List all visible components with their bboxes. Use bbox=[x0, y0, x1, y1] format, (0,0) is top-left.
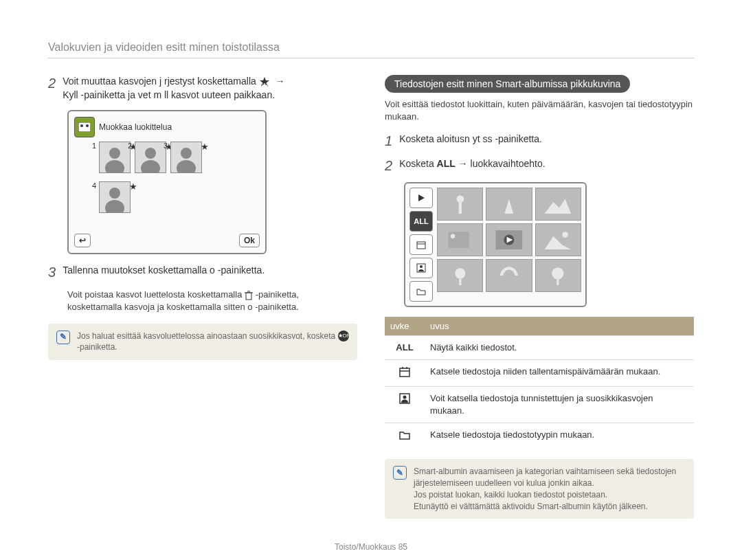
page-header: Valokuvien ja videoiden esitt minen tois… bbox=[48, 41, 694, 58]
right-column: Tiedostojen esitt minen Smart-albumissa … bbox=[385, 75, 694, 519]
row-icon-all: ALL bbox=[385, 336, 425, 360]
row-icon-folder bbox=[385, 423, 425, 449]
row-icon-person bbox=[385, 387, 425, 423]
tip-note-right: ✎ Smart-albumin avaamiseen ja kategorian… bbox=[385, 459, 694, 519]
step-number-2b: 2 bbox=[385, 157, 392, 174]
step-number-1: 1 bbox=[385, 133, 392, 149]
svg-point-36 bbox=[455, 269, 465, 279]
svg-point-3 bbox=[80, 124, 83, 127]
row-text: Näytä kaikki tiedostot. bbox=[425, 336, 694, 360]
star-123-icon: 123 bbox=[259, 77, 270, 87]
edit-ranking-screen: Muokkaa luokittelua 1★ 2★ 3★ 4★ ↩ Ok bbox=[67, 110, 267, 254]
svg-point-45 bbox=[403, 396, 407, 399]
svg-rect-40 bbox=[400, 368, 409, 377]
side-all-button[interactable]: ALL bbox=[409, 211, 433, 232]
face-list-icon bbox=[74, 117, 95, 137]
note-icon: ✎ bbox=[393, 466, 407, 480]
screen-title: Muokkaa luokittelua bbox=[99, 122, 172, 132]
row-text: Katsele tiedostoja niiden tallentamispäi… bbox=[425, 359, 694, 387]
thumbnail[interactable] bbox=[535, 223, 581, 256]
row-icon-calendar bbox=[385, 359, 425, 387]
step-number-3: 3 bbox=[48, 264, 56, 280]
svg-point-6 bbox=[109, 148, 120, 159]
trash-icon bbox=[245, 291, 253, 300]
svg-marker-20 bbox=[418, 194, 425, 201]
svg-marker-27 bbox=[505, 199, 514, 214]
face-rank-3: 3 bbox=[164, 142, 168, 150]
thumbnail[interactable] bbox=[437, 259, 483, 292]
thumbnail[interactable] bbox=[437, 188, 483, 221]
face-rank-2: 2 bbox=[128, 142, 132, 150]
category-table: uvkeuvus ALLNäytä kaikki tiedostot. Kats… bbox=[385, 317, 694, 449]
face-thumb-4[interactable] bbox=[99, 181, 131, 213]
side-calendar-icon[interactable] bbox=[409, 234, 433, 255]
section-subtitle: Voit esittää tiedostot luokittain, kuten… bbox=[385, 98, 694, 123]
svg-marker-34 bbox=[545, 236, 572, 249]
face-thumb-1[interactable] bbox=[99, 142, 131, 173]
star-icon: ★ bbox=[129, 181, 137, 192]
svg-point-24 bbox=[420, 265, 423, 268]
thumbnail[interactable] bbox=[486, 188, 532, 221]
step-1-text: Kosketa aloitusn yt ss -painiketta. bbox=[399, 133, 542, 149]
face-thumb-2[interactable] bbox=[135, 142, 166, 173]
favorite-on-icon: ★ON bbox=[338, 331, 349, 341]
svg-rect-29 bbox=[448, 232, 469, 249]
left-column: 2 Voit muuttaa kasvojen j rjestyst koske… bbox=[48, 75, 357, 519]
back-button[interactable]: ↩ bbox=[74, 234, 91, 247]
svg-point-38 bbox=[552, 268, 564, 280]
svg-rect-17 bbox=[246, 293, 251, 300]
section-pill: Tiedostojen esitt minen Smart-albumissa … bbox=[385, 75, 630, 93]
thumbnail-video[interactable] bbox=[486, 223, 532, 256]
star-icon: ★ bbox=[201, 142, 209, 152]
svg-point-9 bbox=[145, 148, 156, 159]
page-footer: Toisto/Muokkaus 85 bbox=[0, 542, 742, 552]
svg-text:123: 123 bbox=[262, 82, 268, 87]
side-folder-icon[interactable] bbox=[409, 281, 433, 302]
thumbnail-video[interactable] bbox=[437, 223, 483, 256]
svg-rect-21 bbox=[417, 242, 425, 249]
svg-point-4 bbox=[86, 124, 89, 127]
svg-rect-2 bbox=[78, 122, 91, 132]
step-3-text: Tallenna muutokset koskettamalla o -pain… bbox=[63, 264, 265, 280]
row-text: Katsele tiedostoja tiedostotyypin mukaan… bbox=[425, 423, 694, 449]
face-rank-4: 4 bbox=[92, 181, 96, 190]
svg-point-25 bbox=[456, 196, 464, 203]
tip-note-left: ✎ Jos haluat esittää kasvoluettelossa ai… bbox=[48, 324, 357, 361]
thumbnail[interactable] bbox=[535, 259, 581, 292]
step-2-text: Voit muuttaa kasvojen j rjestyst koskett… bbox=[63, 75, 284, 102]
svg-marker-28 bbox=[545, 199, 572, 214]
svg-point-35 bbox=[563, 232, 569, 238]
thumbnail[interactable] bbox=[535, 188, 581, 221]
ok-button[interactable]: Ok bbox=[239, 234, 260, 247]
smart-album-screen: ALL bbox=[404, 182, 587, 307]
table-header-desc: uvus bbox=[425, 317, 694, 336]
thumbnail[interactable] bbox=[486, 259, 532, 292]
side-person-icon[interactable] bbox=[409, 258, 433, 278]
step-2b-text: Kosketa ALL → luokkavaihtoehto. bbox=[399, 157, 545, 174]
svg-point-12 bbox=[181, 148, 192, 159]
face-rank-1: 1 bbox=[92, 142, 96, 150]
side-play-icon[interactable] bbox=[409, 188, 433, 208]
svg-point-30 bbox=[451, 234, 455, 238]
row-text: Voit katsella tiedostoja tunnistettujen … bbox=[425, 387, 694, 423]
table-header-icon: uvke bbox=[385, 317, 425, 336]
svg-point-15 bbox=[109, 188, 120, 199]
step-3-note: Voit poistaa kasvot luettelosta kosketta… bbox=[67, 289, 357, 313]
note-icon: ✎ bbox=[56, 331, 70, 344]
svg-rect-26 bbox=[459, 202, 462, 214]
step-number-2: 2 bbox=[48, 75, 56, 102]
face-thumb-3[interactable] bbox=[170, 142, 202, 173]
